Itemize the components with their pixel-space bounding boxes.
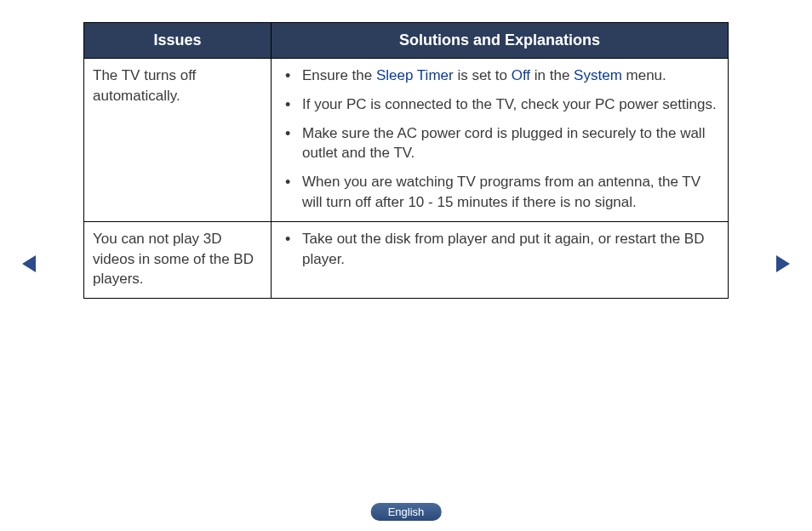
solution-list: Take out the disk from player and put it… [280,229,719,270]
language-badge: English [371,503,442,521]
solution-list: Ensure the Sleep Timer is set to Off in … [280,66,719,213]
next-page-button[interactable] [775,254,792,274]
issue-cell: You can not play 3D videos in some of th… [84,221,272,298]
list-item: When you are watching TV programs from a… [280,172,719,213]
troubleshooting-table: Issues Solutions and Explanations The TV… [83,22,729,299]
list-item: Take out the disk from player and put it… [280,229,719,270]
list-item: Make sure the AC power cord is plugged i… [280,123,719,164]
list-item: Ensure the Sleep Timer is set to Off in … [280,66,719,86]
arrow-right-icon [775,254,792,274]
issue-cell: The TV turns off automatically. [84,59,272,222]
column-header-issues: Issues [84,23,272,59]
manual-page: Issues Solutions and Explanations The TV… [0,0,812,531]
svg-marker-1 [776,255,790,272]
menu-link-sleep-timer: Sleep Timer [376,67,454,83]
solution-cell: Take out the disk from player and put it… [272,221,729,298]
menu-link-system: System [574,67,622,83]
arrow-left-icon [20,254,37,274]
menu-link-off: Off [512,67,530,83]
svg-marker-0 [22,255,36,272]
solution-cell: Ensure the Sleep Timer is set to Off in … [272,59,729,222]
previous-page-button[interactable] [20,254,37,274]
table-row: You can not play 3D videos in some of th… [84,221,729,298]
list-item: If your PC is connected to the TV, check… [280,94,719,115]
column-header-solutions: Solutions and Explanations [272,23,729,59]
table-row: The TV turns off automatically. Ensure t… [84,59,729,222]
